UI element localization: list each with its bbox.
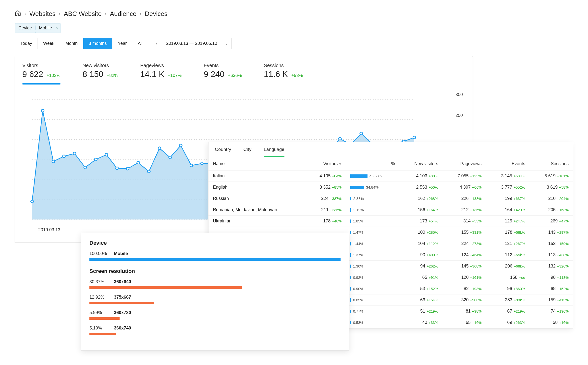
range-seg-week[interactable]: Week: [38, 38, 60, 49]
range-segmented: TodayWeekMonth3 monthsYearAll: [15, 38, 148, 49]
device-pct: 100.00%: [89, 251, 109, 256]
kpi-pageviews[interactable]: Pageviews 14.1 K+107%: [140, 63, 182, 85]
filter-value: Mobile: [36, 24, 54, 33]
subtabs: CountryCityLanguage: [208, 142, 573, 157]
home-icon[interactable]: [15, 10, 21, 18]
range-seg-month[interactable]: Month: [60, 38, 83, 49]
breadcrumb-devices: Devices: [145, 10, 167, 18]
col--[interactable]: %: [346, 157, 399, 170]
col-events[interactable]: Events: [486, 157, 530, 170]
resolution-row[interactable]: 12.92%375x667: [89, 295, 341, 304]
table-row[interactable]: Romanian, Moldavian, Moldovan 211+235% 2…: [208, 204, 573, 216]
svg-point-14: [105, 153, 108, 156]
subtab-city[interactable]: City: [244, 147, 252, 157]
table-row[interactable]: Ukrainian 178+48% 1.85% 173+54% 314+53% …: [208, 216, 573, 227]
resolution-row[interactable]: 30.37%360x640: [89, 279, 341, 289]
kpi-row: Visitors 9 622+103% New visitors 8 150+8…: [15, 56, 473, 87]
svg-point-15: [116, 167, 118, 170]
close-icon[interactable]: ×: [54, 25, 61, 31]
kpi-visitors[interactable]: Visitors 9 622+103%: [22, 63, 61, 85]
col-name[interactable]: Name: [208, 157, 305, 170]
resolution-heading: Screen resolution: [89, 268, 341, 274]
device-name: Mobile: [114, 251, 128, 256]
table-row[interactable]: Italian 4 195+84% 43.60% 4 106+90% 7 055…: [208, 170, 573, 182]
svg-point-19: [158, 147, 161, 150]
svg-point-23: [201, 162, 203, 165]
chevron-right-icon: ›: [24, 11, 26, 16]
col-sessions[interactable]: Sessions: [529, 157, 573, 170]
table-row[interactable]: English 3 352+85% 34.84% 2 553+50% 4 397…: [208, 182, 573, 193]
filter-pill[interactable]: Device Mobile ×: [15, 23, 61, 33]
range-seg-all[interactable]: All: [132, 38, 148, 49]
chevron-right-icon: ›: [59, 11, 60, 16]
svg-point-10: [63, 155, 65, 158]
svg-point-21: [179, 144, 182, 147]
subtab-country[interactable]: Country: [215, 147, 231, 157]
svg-point-17: [137, 161, 140, 164]
range-seg-3-months[interactable]: 3 months: [83, 38, 112, 49]
chevron-right-icon[interactable]: ›: [222, 38, 231, 49]
svg-point-9: [52, 160, 55, 163]
device-heading: Device: [89, 240, 341, 246]
subtab-language[interactable]: Language: [264, 147, 284, 157]
device-row[interactable]: 100.00% Mobile: [89, 251, 341, 261]
svg-point-13: [95, 158, 97, 161]
svg-point-7: [31, 200, 34, 203]
date-range-row: TodayWeekMonth3 monthsYearAll ‹ 2019.03.…: [15, 38, 573, 49]
svg-point-8: [41, 109, 44, 112]
table-row[interactable]: Russian 224+387% 2.33% 162+268% 226+138%…: [208, 193, 573, 204]
date-range-picker[interactable]: ‹ 2019.03.13 — 2019.06.10 ›: [152, 38, 232, 49]
breadcrumb-audience[interactable]: Audience: [110, 10, 136, 18]
chevron-left-icon[interactable]: ‹: [152, 38, 161, 49]
svg-point-36: [339, 137, 341, 140]
breadcrumb-site[interactable]: ABC Website: [64, 10, 101, 18]
device-panel: Device 100.00% Mobile Screen resolution …: [81, 233, 349, 351]
resolution-row[interactable]: 5.99%360x720: [89, 310, 341, 320]
breadcrumb-websites[interactable]: Websites: [29, 10, 55, 18]
kpi-sessions[interactable]: Sessions 11.6 K+93%: [264, 63, 303, 85]
kpi-new-visitors[interactable]: New visitors 8 150+82%: [83, 63, 118, 85]
date-range-text: 2019.03.13 — 2019.06.10: [161, 38, 222, 49]
breadcrumb: › Websites › ABC Website › Audience › De…: [15, 10, 573, 18]
col-visitors[interactable]: Visitors▼: [305, 157, 346, 170]
resolution-row[interactable]: 5.19%360x740: [89, 326, 341, 335]
range-seg-year[interactable]: Year: [112, 38, 132, 49]
y-tick-250: 250: [455, 113, 463, 118]
svg-point-11: [73, 152, 76, 155]
svg-point-12: [84, 166, 86, 169]
y-tick-300: 300: [455, 92, 463, 97]
col-new-visitors[interactable]: New visitors: [399, 157, 442, 170]
col-pageviews[interactable]: Pageviews: [442, 157, 486, 170]
svg-point-16: [126, 167, 129, 170]
svg-point-38: [360, 132, 363, 135]
svg-point-18: [147, 170, 150, 173]
svg-point-43: [413, 136, 416, 139]
svg-point-20: [169, 156, 172, 159]
svg-point-22: [190, 164, 193, 167]
filter-key: Device: [15, 24, 36, 33]
chevron-right-icon: ›: [105, 11, 107, 16]
range-seg-today[interactable]: Today: [15, 38, 38, 49]
chevron-right-icon: ›: [140, 11, 141, 16]
kpi-events[interactable]: Events 9 240+636%: [204, 63, 242, 85]
